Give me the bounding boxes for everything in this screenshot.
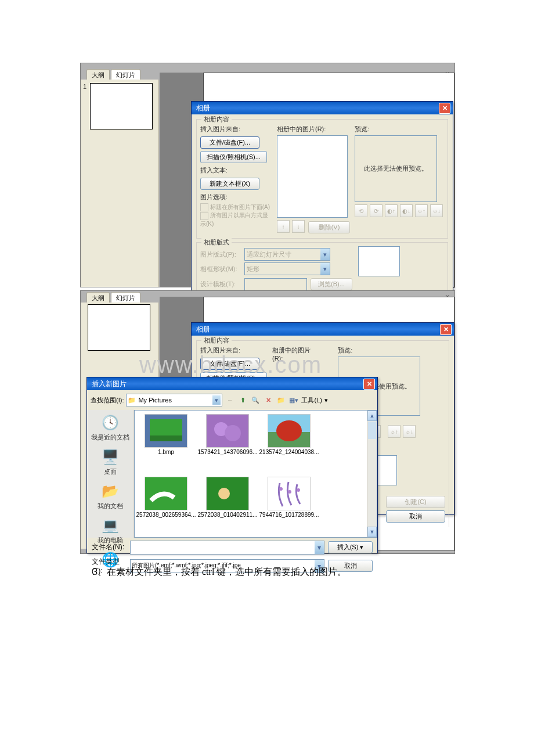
label-pics-in-album: 相册中的图片(R): [272,346,316,362]
label-preview: 预览: [338,346,445,355]
label-insert-text: 插入文本: [200,166,272,175]
contrast-down-icon[interactable]: ◐↓ [400,204,413,217]
brightness-down-icon[interactable]: ☼↓ [430,204,443,217]
chevron-down-icon[interactable]: ▾ [315,541,324,554]
file-item[interactable]: 1.bmp [138,414,194,471]
dialog-title: 相册 [194,325,440,334]
rotate-right-icon[interactable]: ⟳ [370,204,383,217]
tools-menu[interactable]: 工具(L) [301,396,322,405]
scanner-button[interactable]: 扫描仪/照相机(S)... [200,151,267,163]
move-down-button[interactable]: ↓ [292,220,305,233]
design-template-input[interactable] [244,278,307,291]
preview-box: 此选择无法使用预览。 [355,135,437,202]
desktop-icon: 🖥️ [101,448,120,466]
delete-icon[interactable]: ✕ [263,395,273,405]
dialog-titlebar[interactable]: 相册 ✕ [192,102,453,114]
dialog-titlebar[interactable]: 插入新图片 ✕ [87,377,377,390]
label-preview: 预览: [355,125,444,134]
file-item[interactable]: 2135742_124004038... [261,414,317,471]
close-icon[interactable]: ✕ [439,103,450,114]
label-insert-from: 插入图片来自: [200,125,272,134]
dialog-titlebar[interactable]: 相册 ✕ [192,323,454,336]
create-button[interactable]: 创建(C) [386,496,445,508]
move-up-button[interactable]: ↑ [277,220,290,233]
folder-icon: 📁 [128,397,136,404]
file-open-dialog: 插入新图片 ✕ 查找范围(I): 📁 My Pictures ▾ ← ⬆ 🔍 ✕… [86,377,378,553]
computer-icon: 💻 [101,516,120,535]
rotate-left-icon[interactable]: ⟲ [355,204,367,217]
image-thumb-icon [206,414,249,448]
scrollbar[interactable]: ▲ ▼ [367,411,377,537]
svg-point-8 [276,420,302,441]
tab-outline[interactable]: 大纲 [86,69,110,80]
brightness-down-icon[interactable]: ☼↓ [403,425,416,438]
place-recent[interactable]: 🕓我是近的文档 [91,413,129,442]
file-disk-button[interactable]: 文件/磁盘(F)... [200,136,259,149]
label-pic-layout: 图片版式(P): [200,250,241,259]
scroll-down-icon[interactable]: ▼ [367,527,377,537]
label-pic-options: 图片选项: [200,193,272,201]
recent-icon: 🕓 [101,413,120,432]
album-pictures-listbox[interactable] [277,135,348,218]
close-icon[interactable]: ✕ [363,379,375,390]
new-folder-icon[interactable]: 📁 [276,395,286,405]
tab-outline[interactable]: 大纲 [86,292,110,303]
image-thumb-icon [268,414,311,448]
brightness-up-icon[interactable]: ☼↑ [388,425,400,438]
folder-name: My Pictures [138,397,171,404]
file-item[interactable]: 1573421_143706096... [200,414,255,471]
svg-point-5 [225,425,241,441]
scroll-thumb[interactable] [368,422,376,439]
tab-slides[interactable]: 幻灯片 [111,292,140,303]
folder-select[interactable]: 📁 My Pictures ▾ [126,394,222,406]
instruction-text: 3、在素材文件夹里，按着 ctrl 键，选中所有需要插入的图片。 [93,566,347,578]
file-item[interactable]: 2572038_010402911... [200,477,255,534]
label-insert-from: 插入图片来自: [200,346,268,355]
contrast-up-icon[interactable]: ◐↑ [385,204,398,217]
fieldset-content-legend: 相册内容 [201,336,232,345]
slide-number: 1 [83,83,86,90]
remove-button[interactable]: 删除(V) [308,221,350,233]
chevron-down-icon[interactable]: ▾ [212,395,221,405]
browse-button[interactable]: 浏览(B)... [311,278,352,290]
places-bar: 🕓我是近的文档 🖥️桌面 📂我的文档 💻我的电脑 🌐 [87,410,134,538]
image-thumb-icon [268,477,311,510]
frame-shape-select[interactable]: 矩形▾ [244,262,330,275]
up-folder-icon[interactable]: ⬆ [237,395,248,405]
new-textbox-button[interactable]: 新建文本框(X) [200,178,259,190]
file-item[interactable]: 2572038_002659364... [138,477,194,534]
image-thumb-icon [206,477,249,510]
close-icon[interactable]: ✕ [440,324,452,335]
svg-point-14 [288,490,291,494]
dialog-title: 相册 [194,103,439,113]
svg-point-11 [218,488,230,499]
file-list[interactable]: 1.bmp 1573421_143706096... 2135742_12400… [134,410,377,538]
views-icon[interactable]: ▦▾ [288,395,299,405]
screenshot-2: 大纲 幻灯片 × 相册 ✕ 相册内容 插入图片来自: 文件/磁盘(F)... 扫… [80,290,455,554]
scroll-up-icon[interactable]: ▲ [367,411,377,421]
label-look-in: 查找范围(I): [91,396,124,405]
thumbnail-panel: 1 [81,80,159,287]
slide-tabs: 大纲 幻灯片 [86,69,142,80]
album-dialog: 相册 ✕ 相册内容 插入图片来自: 文件/磁盘(F)... 扫描仪/照相机(S)… [191,101,453,321]
label-caption-below: 标题在所有图片下面(A) [210,204,270,210]
back-icon[interactable]: ← [225,395,235,405]
filename-input[interactable]: ▾ [130,541,324,555]
slide-thumbnail[interactable] [88,304,150,351]
tab-slides[interactable]: 幻灯片 [111,69,140,80]
place-mydocs[interactable]: 📂我的文档 [98,482,123,510]
chevron-down-icon: ▾ [320,263,330,275]
label-filename: 文件名(N): [92,542,127,552]
search-icon[interactable]: 🔍 [250,395,261,405]
checkbox-caption [200,203,208,211]
pic-layout-select[interactable]: 适应幻灯片尺寸▾ [244,248,330,261]
fieldset-content-legend: 相册内容 [201,115,232,124]
svg-point-15 [297,488,300,492]
place-desktop[interactable]: 🖥️桌面 [101,448,120,476]
cancel-button[interactable]: 取消 [386,510,445,523]
insert-button[interactable]: 插入(S) ▾ [328,541,373,553]
file-item[interactable]: 7944716_101728899... [261,477,317,534]
slide-thumbnail[interactable] [90,83,153,129]
brightness-up-icon[interactable]: ☼↑ [415,204,428,217]
file-disk-button[interactable]: 文件/磁盘(F)... [200,358,259,370]
